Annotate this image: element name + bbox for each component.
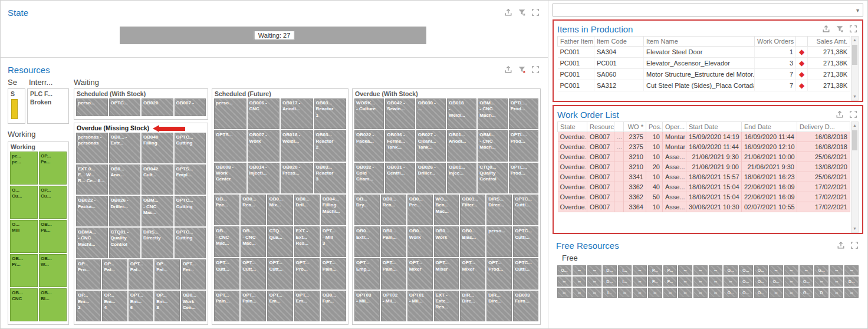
- resource-tile[interactable]: OB0...Fur...: [321, 291, 346, 321]
- resource-tile[interactable]: OB...Bl...: [39, 288, 67, 321]
- resource-tile[interactable]: ∞: [633, 288, 647, 298]
- column-header[interactable]: [614, 122, 624, 132]
- resource-tile[interactable]: OB020: [142, 98, 173, 116]
- resource-tile[interactable]: ∞: [784, 288, 798, 298]
- clear-filter-icon[interactable]: [518, 65, 526, 74]
- resource-tile[interactable]: ∞: [769, 265, 783, 275]
- column-header[interactable]: End Date: [742, 122, 797, 132]
- resource-tile[interactable]: OPT...Cutt...: [267, 258, 292, 289]
- column-header[interactable]: Pos.: [646, 122, 663, 132]
- resource-tile[interactable]: OPT...Em...6: [129, 291, 153, 321]
- resource-tile[interactable]: OB03...Reactor3: [314, 163, 347, 193]
- setup-resource-tile[interactable]: [11, 99, 18, 119]
- expand-icon[interactable]: [849, 25, 857, 33]
- scroll-up-icon[interactable]: ▲: [853, 122, 857, 129]
- resource-tile[interactable]: ∞: [587, 265, 601, 275]
- expand-icon[interactable]: [849, 110, 857, 119]
- resource-tile[interactable]: OP...Pai...: [102, 259, 127, 290]
- resource-tile[interactable]: WORK...- Culture: [354, 98, 384, 129]
- resource-tile[interactable]: OPTC...Cutti...: [513, 195, 538, 225]
- resource-tile[interactable]: OP...Pa...: [39, 152, 67, 185]
- resource-tile[interactable]: OB01...Filter...: [460, 195, 485, 225]
- resource-tile[interactable]: OB008 -WorkCenter: [214, 163, 246, 193]
- resource-tile[interactable]: ∞: [648, 288, 662, 298]
- resource-tile[interactable]: OB...CNC: [10, 288, 38, 321]
- column-header[interactable]: Delivery D...: [797, 122, 850, 132]
- resource-tile[interactable]: OPT...Pain...: [321, 258, 346, 289]
- resource-tile[interactable]: OPTS...Empl...: [175, 164, 206, 195]
- dashboard-filter-combobox[interactable]: ▾: [553, 4, 863, 17]
- resource-tile[interactable]: ∞: [587, 277, 601, 287]
- resource-tile[interactable]: P...: [663, 265, 678, 275]
- resource-tile[interactable]: OPT...Mixer: [460, 258, 485, 289]
- resource-tile[interactable]: OB006 -CNC: [248, 98, 280, 129]
- resource-tile[interactable]: OB018 -Weldi...: [281, 130, 313, 161]
- scroll-down-icon[interactable]: ▼: [853, 93, 857, 100]
- resource-tile[interactable]: EXT -Ext...Res...: [294, 226, 320, 257]
- items-table-row[interactable]: PC001PC001Elevator_Ascensor_Elevador3◆27…: [558, 58, 850, 69]
- resource-tile[interactable]: OB036 -Ferme...Tank...: [385, 130, 415, 161]
- resource-tile[interactable]: ∞: [709, 288, 723, 298]
- resource-tile[interactable]: ∞: [573, 288, 587, 298]
- resource-tile[interactable]: OPTL...Prod...: [509, 130, 538, 161]
- resource-tile[interactable]: I...: [618, 277, 632, 287]
- resource-tile[interactable]: D...: [603, 277, 617, 287]
- resource-tile[interactable]: ∞: [830, 265, 844, 275]
- column-header[interactable]: Sales Amt.: [808, 37, 850, 47]
- resource-tile[interactable]: OBM...- CNCMach...: [478, 98, 507, 129]
- resource-tile[interactable]: ∞: [693, 265, 708, 275]
- resource-tile[interactable]: O...Cu...: [10, 186, 38, 219]
- resource-tile[interactable]: OPTS...: [214, 130, 246, 161]
- resource-tile[interactable]: ∞: [557, 277, 571, 287]
- resource-tile[interactable]: OPTC...Cutting: [175, 228, 206, 258]
- resource-tile[interactable]: OPTL...Prod...: [509, 98, 538, 129]
- resource-tile[interactable]: ∞: [830, 288, 844, 298]
- resource-tile[interactable]: EXT -Exte...Res...: [434, 291, 459, 321]
- resource-tile[interactable]: ∞: [814, 277, 828, 287]
- column-header[interactable]: Item Code: [594, 37, 644, 47]
- resource-tile[interactable]: OP...Pro...: [76, 259, 101, 290]
- resource-tile[interactable]: EXT 0...E... W...R... Ce... II...: [76, 164, 108, 195]
- resource-tile[interactable]: OB0...WorkCen...: [181, 291, 206, 321]
- resource-tile[interactable]: OB026 -Driller...: [416, 163, 446, 193]
- resource-tile[interactable]: OBMA...- CNCMachi...: [76, 228, 108, 258]
- resource-tile[interactable]: OB018-Weldi...: [447, 98, 476, 129]
- clear-filter-icon[interactable]: [836, 25, 844, 33]
- resource-tile[interactable]: OBM...- CNCMach...: [478, 130, 507, 161]
- resource-tile[interactable]: OB0... -Extr...: [109, 133, 141, 163]
- resource-tile[interactable]: pe...pe...: [10, 152, 38, 185]
- resource-tile[interactable]: CTQ0...QualityControl: [478, 163, 507, 193]
- resource-tile[interactable]: OPTC...: [109, 98, 141, 116]
- resource-tile[interactable]: ∞: [678, 277, 692, 287]
- resource-tile[interactable]: ∞: [709, 265, 723, 275]
- resource-tile[interactable]: CTQ...Qua...: [267, 226, 292, 257]
- resource-tile[interactable]: O...: [557, 265, 571, 275]
- resource-tile[interactable]: personas -personas: [76, 133, 108, 163]
- resource-tile[interactable]: OB026 -Driller...: [109, 196, 141, 226]
- resource-tile[interactable]: OB040Filling: [142, 133, 173, 163]
- resource-tile[interactable]: DIRS...Directly: [142, 228, 173, 258]
- resource-tile[interactable]: ∞: [573, 277, 587, 287]
- resource-tile[interactable]: ∞: [587, 288, 601, 298]
- resource-tile[interactable]: OPT...Em...: [267, 291, 292, 321]
- resource-tile[interactable]: ∞: [800, 265, 814, 275]
- resource-tile[interactable]: P...: [663, 277, 678, 287]
- resource-tile[interactable]: ∞: [633, 277, 647, 287]
- resource-tile[interactable]: ∞: [784, 265, 798, 275]
- resource-tile[interactable]: OB...W...: [39, 254, 67, 287]
- resource-tile[interactable]: OPT...Emp...: [354, 258, 380, 289]
- resource-tile[interactable]: ∞: [844, 265, 859, 275]
- resource-tile[interactable]: OB...Dry...: [354, 195, 380, 225]
- resource-tile[interactable]: OB014 -Injecti...: [248, 163, 280, 193]
- vertical-scrollbar[interactable]: ▲ ▼: [851, 36, 859, 101]
- vertical-scrollbar[interactable]: ▲ ▼: [851, 121, 859, 233]
- column-header[interactable]: Work Orders: [755, 37, 796, 47]
- column-header[interactable]: State: [558, 122, 587, 132]
- resource-tile[interactable]: ∞: [844, 288, 859, 298]
- resource-tile[interactable]: O...: [754, 288, 768, 298]
- resource-tile[interactable]: O...Mill: [10, 220, 38, 253]
- resource-tile[interactable]: O...: [754, 265, 768, 275]
- resource-tile[interactable]: D...: [844, 277, 859, 287]
- column-header[interactable]: Resource: [587, 122, 614, 132]
- scroll-up-icon[interactable]: ▲: [853, 37, 857, 44]
